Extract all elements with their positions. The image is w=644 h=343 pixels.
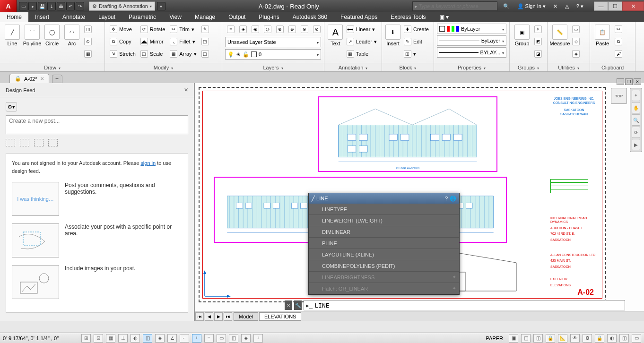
viewport-front-elevation[interactable]: ⊕ FRONT ELEVATION [318, 96, 497, 172]
status-dyn[interactable]: + [192, 334, 201, 343]
status-clean[interactable]: ▭ [632, 334, 641, 343]
rotate-button[interactable]: ⟳Rotate [139, 24, 167, 35]
new-post-input[interactable] [6, 115, 188, 134]
trim-button[interactable]: ✂Trim ▾ [168, 24, 198, 35]
post-tag-area-icon[interactable] [6, 139, 15, 146]
color-combo[interactable]: ByLayer [437, 24, 506, 34]
qat-saveas-icon[interactable]: ⤓ [47, 2, 56, 10]
tab-autodesk360[interactable]: Autodesk 360 [286, 12, 334, 22]
tab-home[interactable]: Home [0, 12, 28, 22]
close-button[interactable]: ✕ [622, 1, 644, 11]
qat-plot-icon[interactable]: 🖶 [57, 2, 65, 10]
status-sc[interactable]: ◈ [241, 334, 251, 343]
status-lwt[interactable]: ≡ [204, 334, 214, 343]
ac-help-icon[interactable]: ? [445, 196, 448, 202]
layer-extra4[interactable]: ⊕ [274, 24, 286, 35]
status-space[interactable]: PAPER [483, 335, 506, 341]
qat-open-icon[interactable]: ▸ [28, 2, 37, 10]
view-cube[interactable]: TOP [611, 88, 627, 104]
new-file-tab-button[interactable]: + [52, 75, 62, 83]
qat-undo-icon[interactable]: ↶ [66, 2, 75, 10]
status-maxvp[interactable]: ▣ [509, 334, 518, 343]
doc-minimize[interactable]: — [617, 78, 624, 85]
status-hw[interactable]: ◐ [607, 334, 617, 343]
circle-button[interactable]: ◯Circle [43, 24, 61, 46]
sign-in-link[interactable]: sign in [140, 160, 156, 166]
tab-overflow-icon[interactable]: ▣ ▾ [433, 12, 455, 22]
qat-save-icon[interactable]: 💾 [38, 2, 46, 10]
text-button[interactable]: AText [327, 24, 344, 46]
draw-extra2[interactable]: ⊙ [82, 36, 94, 47]
exchange-icon[interactable]: ✕ [550, 2, 560, 10]
util-extra1[interactable]: ▭ [570, 24, 582, 35]
qat-dropdown-icon[interactable]: ▾ [157, 2, 165, 10]
doc-close[interactable]: ✕ [634, 78, 641, 85]
status-annovis[interactable]: 👁 [570, 334, 580, 343]
layer-extra5[interactable]: ⊖ [287, 24, 298, 35]
qat-new-icon[interactable]: ▭ [19, 2, 27, 10]
cmdline-close-icon[interactable]: ✕ [285, 300, 292, 310]
measure-button[interactable]: 📏Measure [550, 24, 569, 46]
polyline-button[interactable]: ⌒Polyline [23, 24, 42, 46]
mirror-button[interactable]: ◢◣Mirror [139, 36, 167, 47]
layer-current-combo[interactable]: 💡☀🔓 0 [225, 49, 321, 60]
post-pin-icon[interactable] [20, 139, 29, 146]
layout-last-icon[interactable]: ⏭ [224, 312, 232, 321]
post-image-icon[interactable] [48, 139, 58, 146]
status-qv[interactable]: ◫ [521, 334, 531, 343]
util-extra3[interactable]: ◈ [570, 48, 582, 60]
layout-tab-elevations[interactable]: ELEVATIONS [259, 312, 301, 321]
file-tab-a02[interactable]: 🔒 A-02* ✕ [9, 74, 49, 83]
group-extra3[interactable]: ◪ [532, 48, 544, 60]
post-person-icon[interactable] [34, 139, 44, 146]
linear-dim-button[interactable]: ⟷Linear ▾ [345, 24, 379, 35]
layer-extra1[interactable]: ◈ [237, 24, 249, 35]
status-annoscale-icon[interactable]: 🔒 [546, 334, 555, 343]
insert-block-button[interactable]: ⬇Insert [385, 24, 401, 46]
scale-button[interactable]: ◰Scale [139, 48, 167, 60]
copy-button[interactable]: ⧉Copy [108, 36, 138, 47]
lineweight-combo[interactable]: BYLAY... [437, 47, 506, 58]
group-button[interactable]: ▣Group [513, 24, 531, 46]
arc-button[interactable]: ◠Arc [62, 24, 81, 46]
layerprop-button[interactable]: ≡ [225, 24, 236, 35]
status-snap[interactable]: ⊡ [94, 334, 103, 343]
tab-manage[interactable]: Manage [188, 12, 222, 22]
tab-parametric[interactable]: Parametric [122, 12, 163, 22]
layer-extra3[interactable]: ◎ [262, 24, 273, 35]
status-polar[interactable]: ◐ [131, 334, 140, 343]
move-button[interactable]: ✥Move [108, 24, 138, 35]
create-block-button[interactable]: ✚Create [402, 24, 431, 35]
command-input[interactable] [314, 302, 623, 309]
cut-button[interactable]: ✂ [613, 24, 624, 35]
qat-redo-icon[interactable]: ↷ [76, 2, 84, 10]
modify-extra3[interactable]: ◫ [200, 48, 211, 60]
layout-next-icon[interactable]: ▶ [214, 312, 223, 321]
status-ws[interactable]: ⚙ [583, 334, 592, 343]
match-button[interactable]: 🖌 [613, 48, 624, 60]
tab-insert[interactable]: Insert [28, 12, 56, 22]
layer-extra2[interactable]: ◉ [250, 24, 261, 35]
drawing-viewport[interactable]: — ❐ ✕ [195, 83, 644, 321]
ac-item[interactable]: LINEARBRIGHTNESS✦ [309, 272, 459, 283]
array-button[interactable]: ▦Array ▾ [168, 48, 198, 60]
draw-extra1[interactable]: ◫ [82, 24, 94, 35]
layout-first-icon[interactable]: ⏮ [195, 312, 204, 321]
ac-item[interactable]: PLINE [309, 238, 459, 249]
status-qvd[interactable]: ◫ [533, 334, 543, 343]
edit-block-button[interactable]: ✎Edit [402, 36, 431, 47]
workspace-selector[interactable]: ⚙ Drafting & Annotation ▾ [89, 1, 155, 11]
status-grid[interactable]: ▦ [106, 334, 115, 343]
status-infer[interactable]: ⊞ [81, 334, 91, 343]
leader-button[interactable]: ↗Leader ▾ [345, 36, 379, 47]
tab-plugins[interactable]: Plug-ins [252, 12, 286, 22]
line-button[interactable]: ╱Line [3, 24, 22, 46]
autodesk360-icon[interactable]: ◬ [562, 2, 572, 10]
ac-item[interactable]: DIMLINEAR [309, 226, 459, 238]
ac-item[interactable]: LINETYPE [309, 204, 459, 215]
help-icon[interactable]: ? ▾ [574, 2, 586, 10]
status-iso[interactable]: ◫ [619, 334, 629, 343]
ac-globe-icon[interactable]: 🌐 [450, 196, 456, 202]
status-ortho[interactable]: ⊥ [118, 334, 128, 343]
tab-view[interactable]: View [163, 12, 188, 22]
